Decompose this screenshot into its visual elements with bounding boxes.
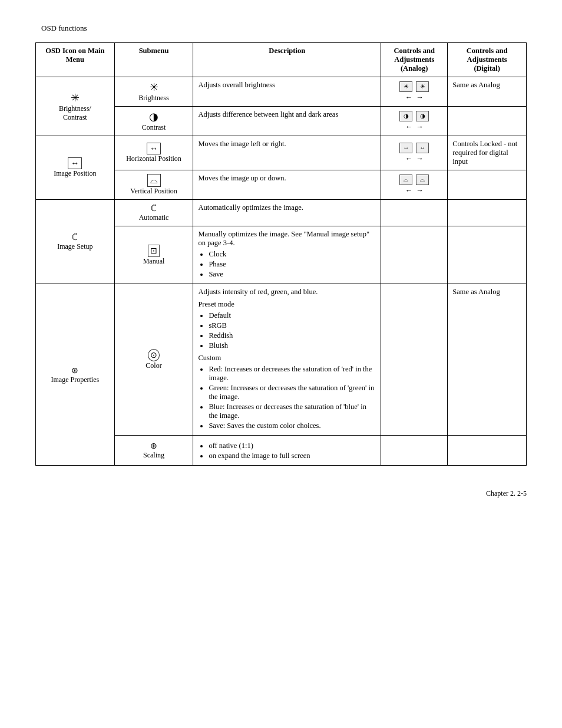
submenu-horizontal-position: ↔ Horizontal Position	[114, 136, 193, 170]
header-description: Description	[193, 43, 381, 77]
submenu-automatic: ℂ̈ Automatic	[114, 200, 193, 226]
desc-color: Adjusts intensity of red, green, and blu…	[193, 284, 381, 436]
desc-horizontal-position: Moves the image left or right.	[193, 136, 381, 170]
btn-contrast-dec[interactable]: ◑	[399, 111, 412, 121]
btn-vpos-dec[interactable]: ⌓	[399, 174, 412, 185]
list-item: Red: Increases or decreases the saturati…	[209, 365, 376, 383]
table-row: ⊛ Image Properties ⊙ Color Adjusts inten…	[36, 284, 527, 436]
list-item: off native (1:1)	[209, 442, 376, 450]
analog-automatic	[381, 200, 448, 226]
icon-image-setup: ℂ̈ Image Setup	[36, 200, 115, 284]
desc-manual: Manually optimizes the image. See "Manua…	[193, 226, 381, 284]
btn-contrast-inc[interactable]: ◑	[416, 111, 429, 121]
header-submenu: Submenu	[114, 43, 193, 77]
table-row: ℂ̈ Image Setup ℂ̈ Automatic Automaticall…	[36, 200, 527, 226]
icon-brightness-contrast: ✳ Brightness/Contrast	[36, 77, 115, 136]
analog-hpos: ↔ ↔ ← →	[381, 136, 448, 170]
header-digital: Controls and Adjustments (Digital)	[448, 43, 527, 77]
desc-scaling: off native (1:1) on expand the image to …	[193, 436, 381, 466]
desc-automatic: Automatically optimizes the image.	[193, 200, 381, 226]
analog-brightness: ☀ ☀ ← →	[381, 77, 448, 107]
preset-mode-section: Preset mode Default sRGB Reddish Bluish	[198, 300, 376, 350]
desc-vertical-position: Moves the image up or down.	[193, 170, 381, 200]
digital-contrast	[448, 107, 527, 136]
list-item: Phase	[209, 260, 376, 269]
list-item: Save: Saves the custom color choices.	[209, 421, 376, 430]
list-item: Default	[209, 311, 376, 320]
manual-bullets: Clock Phase Save	[209, 250, 376, 279]
analog-scaling	[381, 436, 448, 466]
btn-vpos-inc[interactable]: ⌓	[416, 174, 429, 185]
submenu-brightness: ✳ Brightness	[114, 77, 193, 107]
header-icon-menu: OSD Icon on Main Menu	[36, 43, 115, 77]
analog-manual	[381, 226, 448, 284]
digital-hpos: Controls Locked - not required for digit…	[448, 136, 527, 170]
desc-brightness: Adjusts overall brightness	[193, 77, 381, 107]
digital-automatic	[448, 200, 527, 226]
list-item: Reddish	[209, 331, 376, 340]
digital-manual	[448, 226, 527, 284]
analog-color	[381, 284, 448, 436]
btn-brightness-dec[interactable]: ☀	[399, 81, 412, 92]
submenu-manual: ⊡ Manual	[114, 226, 193, 284]
btn-hpos-inc[interactable]: ↔	[416, 143, 429, 153]
list-item: Save	[209, 270, 376, 279]
btn-brightness-inc[interactable]: ☀	[416, 81, 429, 92]
osd-table: OSD Icon on Main Menu Submenu Descriptio…	[35, 42, 527, 466]
submenu-contrast: ◑ Contrast	[114, 107, 193, 136]
table-row: ✳ Brightness/Contrast ✳ Brightness Adjus…	[36, 77, 527, 107]
analog-vpos: ⌓ ⌓ ← →	[381, 170, 448, 200]
list-item: Blue: Increases or decreases the saturat…	[209, 403, 376, 420]
list-item: sRGB	[209, 321, 376, 330]
icon-image-properties: ⊛ Image Properties	[36, 284, 115, 466]
icon-image-position: ↔ Image Position	[36, 136, 115, 200]
btn-hpos-dec[interactable]: ↔	[399, 143, 412, 153]
list-item: Green: Increases or decreases the satura…	[209, 384, 376, 401]
custom-section: Custom Red: Increases or decreases the s…	[198, 354, 376, 430]
submenu-vertical-position: ⌓ Vertical Position	[114, 170, 193, 200]
list-item: on expand the image to full screen	[209, 452, 376, 460]
page-title: OSD functions	[41, 24, 527, 33]
table-row: ↔ Image Position ↔ Horizontal Position M…	[36, 136, 527, 170]
digital-vpos	[448, 170, 527, 200]
submenu-color: ⊙ Color	[114, 284, 193, 436]
digital-color: Same as Analog	[448, 284, 527, 436]
analog-contrast: ◑ ◑ ← →	[381, 107, 448, 136]
header-analog: Controls and Adjustments (Analog)	[381, 43, 448, 77]
digital-brightness: Same as Analog	[448, 77, 527, 107]
submenu-scaling: ⊕ Scaling	[114, 436, 193, 466]
list-item: Bluish	[209, 341, 376, 350]
list-item: Clock	[209, 250, 376, 259]
digital-scaling	[448, 436, 527, 466]
desc-contrast: Adjusts difference between light and dar…	[193, 107, 381, 136]
page-footer: Chapter 2. 2-5	[35, 489, 527, 498]
